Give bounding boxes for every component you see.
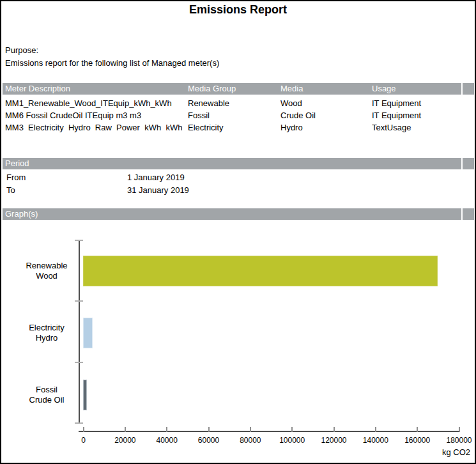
column-header-usage: Usage [372, 83, 396, 95]
period-from-label: From [6, 173, 26, 183]
column-header-media-group: Media Group [188, 83, 236, 95]
purpose-label: Purpose: [5, 45, 38, 56]
x-axis-line [79, 431, 460, 432]
table-cell-media: Wood [280, 97, 371, 109]
x-axis-tick [208, 427, 210, 432]
x-axis-tick [83, 427, 84, 432]
table-cell-media: Crude Oil [280, 109, 371, 121]
table-cell-usage: IT Equipment [372, 97, 472, 109]
period-header-label: Period [5, 158, 29, 169]
x-axis-tick [166, 427, 167, 432]
period-from-value: 1 January 2019 [127, 173, 185, 183]
table-cell-usage: IT Equipment [372, 109, 472, 121]
header-bar-separator [461, 208, 463, 220]
table-row: MM1_Renewable_Wood_ITEquip_kWh_kWhRenewa… [3, 97, 474, 109]
graphs-header-label: Graph(s) [5, 208, 38, 220]
category-label-line: Fossil [36, 385, 58, 395]
y-axis-category-tick [75, 422, 83, 424]
x-axis-tick-label: 140000 [353, 436, 398, 445]
page-title: Emissions Report [1, 3, 475, 17]
table-row: MM3 Electricity Hydro Raw Power kWh kWhE… [3, 121, 474, 134]
emissions-report-page: Emissions Report Purpose: Emissions repo… [0, 0, 476, 464]
x-axis-tick-label: 40000 [144, 436, 189, 445]
x-axis-title: kg CO2 [359, 447, 470, 457]
x-axis-tick-label: 80000 [228, 436, 273, 445]
table-cell-meter: MM6 Fossil CrudeOil ITEquip m3 m3 [5, 109, 185, 121]
header-bar-separator [461, 158, 463, 169]
table-cell-meter: MM1_Renewable_Wood_ITEquip_kWh_kWh [5, 97, 185, 109]
y-axis-category-tick [75, 362, 83, 363]
x-axis-tick-label: 100000 [270, 436, 314, 445]
meter-table-header-bar: Meter Description Media Group Media Usag… [3, 83, 474, 95]
y-axis-category-tick [75, 240, 83, 241]
x-axis-tick [250, 427, 251, 432]
period-header-bar: Period [3, 158, 474, 169]
table-row: MM6 Fossil CrudeOil ITEquip m3 m3FossilC… [3, 109, 474, 121]
category-label: RenewableWood [18, 256, 75, 286]
period-to-label: To [6, 185, 15, 196]
x-axis-tick-label: 120000 [312, 436, 357, 445]
category-label-line: Hydro [36, 333, 58, 343]
category-label-line: Electricity [29, 323, 65, 333]
header-bar-separator [461, 83, 463, 95]
table-cell-media: Hydro [280, 121, 371, 134]
x-axis-tick-label: 60000 [187, 436, 231, 445]
x-axis-tick [291, 427, 293, 432]
bar-renewable-wood [83, 256, 438, 286]
table-cell-usage: TextUsage [372, 121, 472, 134]
x-axis-tick-label: 180000 [437, 436, 476, 445]
x-axis-tick [459, 427, 460, 432]
graphs-header-bar: Graph(s) [3, 208, 474, 220]
purpose-text: Emissions report for the following list … [5, 58, 219, 68]
bar-electricity-hydro [83, 318, 93, 348]
x-axis-tick-label: 0 [61, 436, 106, 445]
x-axis-tick [375, 427, 376, 432]
y-axis-line [79, 240, 80, 423]
category-label-line: Renewable [26, 261, 67, 271]
category-label-line: Wood [36, 271, 58, 281]
x-axis-tick [417, 427, 418, 432]
x-axis-tick [334, 427, 335, 432]
period-to-value: 31 January 2019 [127, 185, 189, 196]
table-cell-media-group: Fossil [188, 109, 279, 121]
x-axis-tick [125, 427, 126, 432]
table-cell-media-group: Renewable [188, 97, 279, 109]
y-axis-category-tick [75, 300, 83, 302]
category-label: FossilCrude Oil [18, 380, 75, 410]
x-axis-tick-label: 160000 [395, 436, 440, 445]
column-header-meter-description: Meter Description [5, 83, 70, 95]
emissions-bar-chart: 0200004000060000800001000001200001400001… [1, 220, 476, 464]
x-axis-tick-label: 20000 [103, 436, 148, 445]
column-header-media: Media [280, 83, 303, 95]
category-label: ElectricityHydro [18, 318, 75, 348]
category-label-line: Crude Oil [29, 395, 65, 405]
table-cell-meter: MM3 Electricity Hydro Raw Power kWh kWh [5, 121, 185, 134]
bar-fossil-crude-oil [83, 380, 87, 410]
table-cell-media-group: Electricity [188, 121, 279, 134]
